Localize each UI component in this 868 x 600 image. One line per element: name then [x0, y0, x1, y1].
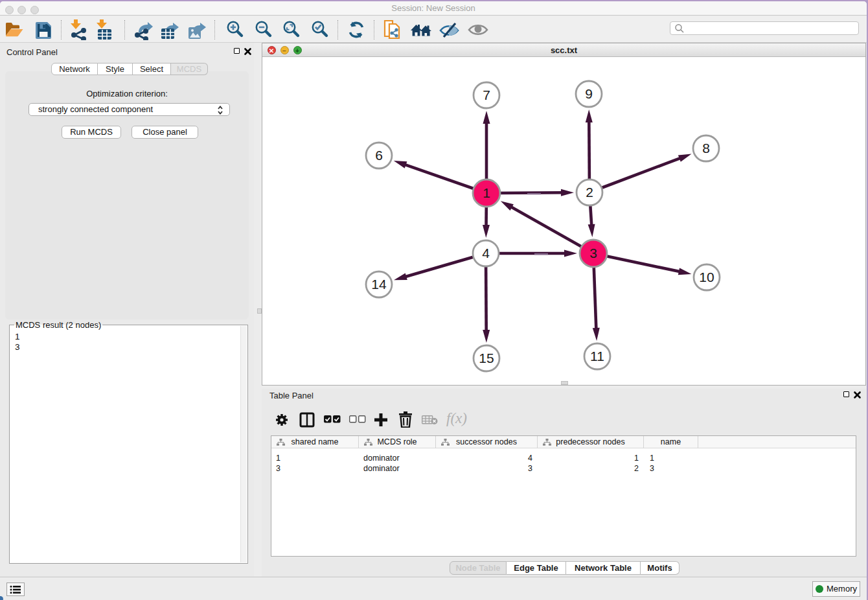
svg-text:3: 3	[589, 246, 597, 260]
svg-text:8: 8	[702, 141, 710, 156]
svg-text:9: 9	[585, 86, 593, 101]
svg-text:14: 14	[371, 277, 387, 292]
svg-text:1: 1	[483, 185, 490, 200]
svg-text:4: 4	[482, 246, 490, 260]
svg-text:10: 10	[699, 270, 714, 284]
svg-text:6: 6	[375, 148, 383, 163]
svg-text:2: 2	[586, 185, 593, 200]
svg-text:11: 11	[590, 349, 604, 363]
svg-text:15: 15	[479, 351, 494, 365]
svg-text:7: 7	[483, 87, 490, 102]
